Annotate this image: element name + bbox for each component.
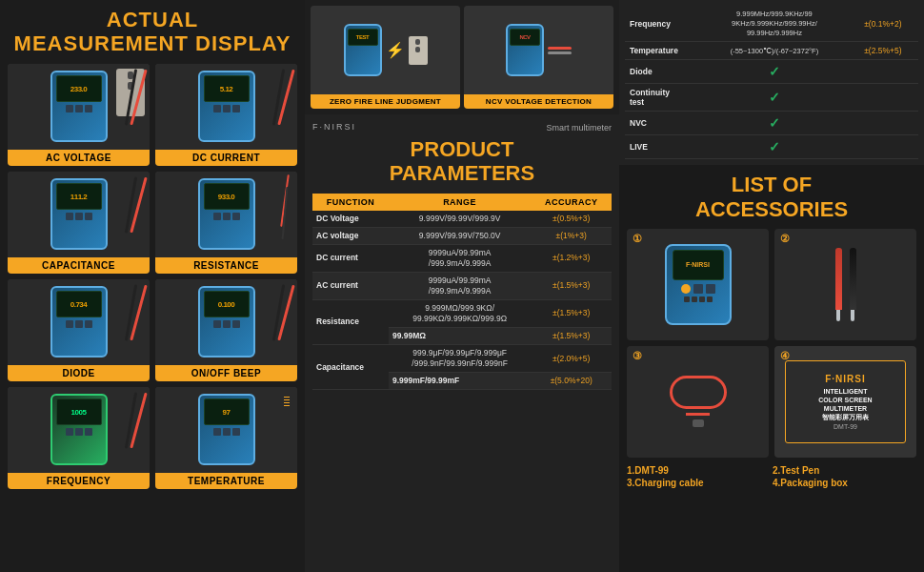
table-row: Capacitance 999.9μF/99.99μF/9.999μF/999.… [312, 345, 612, 373]
col-range: RANGE [389, 194, 531, 211]
params-title: PRODUCT PARAMETERS [312, 137, 612, 186]
right-panel: Frequency 9.999MHz/999.9KHz/999KHz/9.999… [619, 0, 924, 572]
subtitle-label: Smart multimeter [546, 123, 612, 133]
accessories-title: LIST OF ACCESSORIES [627, 173, 916, 221]
cell-resistance: 933.0 RESISTANCE [155, 172, 297, 274]
cell-on-off-beep: 0.100 ON/OFF BEEP [155, 279, 297, 381]
label-zero-fire: ZERO FIRE LINE JUDGMENT [311, 94, 460, 109]
label-ncv: NCV VOLTAGE DETECTION [464, 94, 613, 109]
cell-dc-current: 5.12 DC CURRENT [155, 64, 297, 166]
col-function: FUNCTION [312, 194, 389, 211]
table-row: Diode ✓ [625, 60, 918, 84]
table-row: LIVE ✓ [625, 135, 918, 159]
accessory-packaging-box: ④ F·NIRSI INTELLIGENTCOLOR SCREENMULTIME… [774, 346, 916, 458]
acc-list-4: 4.Packaging box [773, 478, 916, 488]
screen-diode: 0.734 [56, 291, 102, 317]
freq-table: Frequency 9.999MHz/999.9KHz/999KHz/9.999… [625, 6, 918, 159]
label-diode: DIODE [8, 365, 150, 381]
cell-temperature: 97 TEMPERATURE [155, 387, 297, 489]
label-dc-current: DC CURRENT [155, 150, 297, 166]
label-frequency: FREQUENCY [8, 473, 150, 489]
accessories-list: 1.DMT-99 2.Test Pen 3.Charging cable 4.P… [627, 465, 916, 488]
left-panel: ACTUAL MEASUREMENT DISPLAY 233.0 [0, 0, 305, 572]
screen-ac-voltage: 233.0 [56, 75, 102, 102]
table-row: DC current 9999uA/99.99mA/999.9mA/9.999A… [312, 244, 612, 272]
screen-frequency: 1005 [56, 398, 102, 425]
table-row: Temperature (-55~1300℃)/(-67~2372°F) ±(2… [625, 42, 918, 60]
screen-on-off-beep: 0.100 [204, 291, 250, 317]
table-row: Continuitytest ✓ [625, 84, 918, 112]
label-capacitance: CAPACITANCE [8, 257, 150, 274]
brand-label: F·NIRSI [312, 122, 356, 132]
acc-list-2: 2.Test Pen [773, 465, 916, 476]
cell-diode: 0.734 DIODE [8, 279, 150, 381]
params-table: FUNCTION RANGE ACCURACY DC Voltage 9.999… [312, 194, 612, 391]
label-resistance: RESISTANCE [155, 257, 297, 274]
col-accuracy: ACCURACY [531, 194, 612, 211]
label-temperature: TEMPERATURE [155, 473, 297, 489]
left-title: ACTUAL MEASUREMENT DISPLAY [14, 8, 291, 56]
accessory-test-pen: ② [774, 229, 916, 340]
label-ac-voltage: AC VOLTAGE [8, 150, 150, 166]
table-row: AC current 9999uA/99.99mA/999.9mA/9.999A… [312, 272, 612, 299]
acc-list-3: 3.Charging cable [627, 478, 771, 488]
acc-list-1: 1.DMT-99 [627, 465, 771, 476]
freq-table-section: Frequency 9.999MHz/999.9KHz/999KHz/9.999… [619, 0, 924, 165]
label-on-off-beep: ON/OFF BEEP [155, 365, 297, 381]
screen-temperature: 97 [204, 398, 250, 425]
measurement-grid: 233.0 AC VOLTAGE 5.12 [8, 64, 297, 489]
params-section: F·NIRSI Smart multimeter PRODUCT PARAMET… [305, 114, 619, 572]
accessory-device: ① F·NIRSI [627, 229, 769, 340]
cell-frequency: 1005 FREQUENCY [8, 387, 150, 489]
screen-resistance: 933.0 [204, 183, 250, 210]
table-row: NVC ✓ [625, 112, 918, 135]
table-row: Resistance 9.999MΩ/999.9KΩ/99.99KΩ/9.999… [312, 299, 612, 327]
table-row: DC Voltage 9.999V/99.99V/999.9V ±(0.5%+3… [312, 211, 612, 228]
screen-dc-current: 5.12 [204, 75, 250, 102]
detection-ncv: NCV NCV VOLTAGE DETECTION [464, 6, 613, 109]
cell-capacitance: 111.2 CAPACITANCE [8, 172, 150, 274]
detection-section: TEST ⚡ ZERO FIRE LINE JUDGMENT NCV [305, 0, 619, 114]
accessory-charging-cable: ③ [627, 346, 769, 458]
screen-capacitance: 111.2 [56, 183, 102, 210]
accessories-grid: ① F·NIRSI [627, 229, 916, 458]
accessories-section: LIST OF ACCESSORIES ① F·NIRSI [619, 165, 924, 572]
table-row: AC voltage 9.999V/99.99V/750.0V ±(1%+3) [312, 227, 612, 244]
table-row: Frequency 9.999MHz/999.9KHz/999KHz/9.999… [625, 6, 918, 42]
detection-zero-fire: TEST ⚡ ZERO FIRE LINE JUDGMENT [311, 6, 460, 109]
middle-panel: TEST ⚡ ZERO FIRE LINE JUDGMENT NCV [305, 0, 619, 572]
cell-ac-voltage: 233.0 AC VOLTAGE [8, 64, 150, 166]
